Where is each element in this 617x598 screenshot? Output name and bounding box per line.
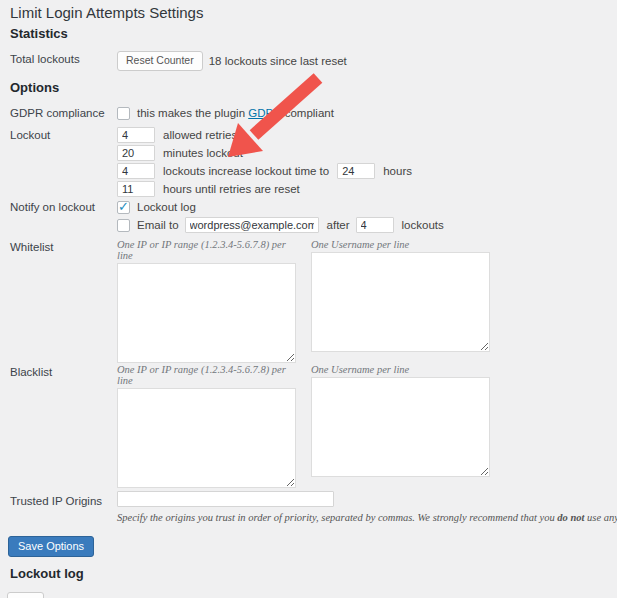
trusted-ip-helper-text: Specify the origins you trust in order o… — [117, 512, 617, 523]
whitelist-row: Whitelist One IP or IP range (1.2.3.4-5.… — [10, 239, 617, 366]
whitelist-ip-textarea[interactable] — [117, 263, 296, 363]
minutes-lockout-text: minutes lockout — [163, 147, 243, 159]
trusted-ip-label: Trusted IP Origins — [10, 491, 117, 507]
blacklist-username-textarea[interactable] — [311, 377, 490, 477]
options-heading: Options — [10, 80, 59, 95]
total-lockouts-label: Total lockouts — [10, 51, 117, 65]
check-icon: ✓ — [118, 199, 129, 214]
lockout-log-checkbox-label: Lockout log — [137, 201, 196, 213]
lockout-log-checkbox[interactable]: ✓ — [117, 201, 130, 214]
gdpr-text-after: compliant — [281, 107, 333, 119]
whitelist-label: Whitelist — [10, 239, 117, 253]
gdpr-label: GDPR compliance — [10, 105, 117, 119]
minutes-lockout-input[interactable] — [117, 145, 155, 161]
lockout-label: Lockout — [10, 127, 117, 141]
helper-text-after: use anything other than REMOTE_ADDR sinc… — [584, 512, 617, 523]
lockout-log-heading: Lockout log — [10, 566, 84, 581]
increase-hours-text: hours — [383, 165, 412, 177]
notify-row: Notify on lockout ✓ Lockout log Email to… — [10, 199, 617, 233]
lockout-log-partial-button[interactable] — [7, 592, 44, 598]
lockouts-increase-input[interactable] — [117, 163, 155, 179]
trusted-ip-input[interactable] — [117, 491, 334, 507]
lockouts-since-reset-text: 18 lockouts since last reset — [209, 55, 347, 67]
page-title: Limit Login Attempts Settings — [10, 4, 203, 21]
blacklist-row: Blacklist One IP or IP range (1.2.3.4-5.… — [10, 364, 617, 491]
gdpr-text-before: this makes the plugin — [137, 107, 248, 119]
gdpr-link[interactable]: GDPR — [248, 107, 281, 119]
reset-counter-button[interactable]: Reset Counter — [117, 51, 203, 71]
email-address-input[interactable] — [185, 217, 319, 233]
settings-page: Limit Login Attempts Settings Statistics… — [0, 0, 617, 598]
blacklist-username-hint: One Username per line — [311, 364, 490, 375]
trusted-ip-row: Trusted IP Origins Specify the origins y… — [10, 491, 617, 523]
gdpr-checkbox[interactable] — [117, 107, 130, 120]
blacklist-ip-textarea[interactable] — [117, 388, 296, 488]
allowed-retries-text: allowed retries — [163, 129, 237, 141]
blacklist-label: Blacklist — [10, 364, 117, 378]
email-to-label: Email to — [137, 219, 179, 231]
increase-hours-input[interactable] — [337, 163, 375, 179]
whitelist-username-hint: One Username per line — [311, 239, 490, 250]
hours-until-reset-input[interactable] — [117, 181, 155, 197]
total-lockouts-row: Total lockouts Reset Counter 18 lockouts… — [10, 51, 617, 71]
save-options-button[interactable]: Save Options — [8, 536, 94, 557]
blacklist-ip-hint: One IP or IP range (1.2.3.4-5.6.7.8) per… — [117, 364, 296, 386]
whitelist-username-textarea[interactable] — [311, 252, 490, 352]
email-notify-checkbox[interactable] — [117, 219, 130, 232]
lockouts-increase-text: lockouts increase lockout time to — [163, 165, 329, 177]
helper-text-before: Specify the origins you trust in order o… — [117, 512, 557, 523]
after-label: after — [327, 219, 350, 231]
gdpr-row: GDPR compliance this makes the plugin GD… — [10, 105, 617, 121]
after-lockouts-input[interactable] — [356, 217, 394, 233]
whitelist-ip-hint: One IP or IP range (1.2.3.4-5.6.7.8) per… — [117, 239, 296, 261]
statistics-heading: Statistics — [10, 26, 68, 41]
allowed-retries-input[interactable] — [117, 127, 155, 143]
notify-label: Notify on lockout — [10, 199, 117, 213]
lockouts-label: lockouts — [402, 219, 444, 231]
hours-until-reset-text: hours until retries are reset — [163, 183, 300, 195]
helper-text-bold: do not — [557, 512, 584, 523]
gdpr-text: this makes the plugin GDPR compliant — [137, 107, 334, 119]
lockout-row: Lockout allowed retries minutes lockout … — [10, 127, 617, 199]
